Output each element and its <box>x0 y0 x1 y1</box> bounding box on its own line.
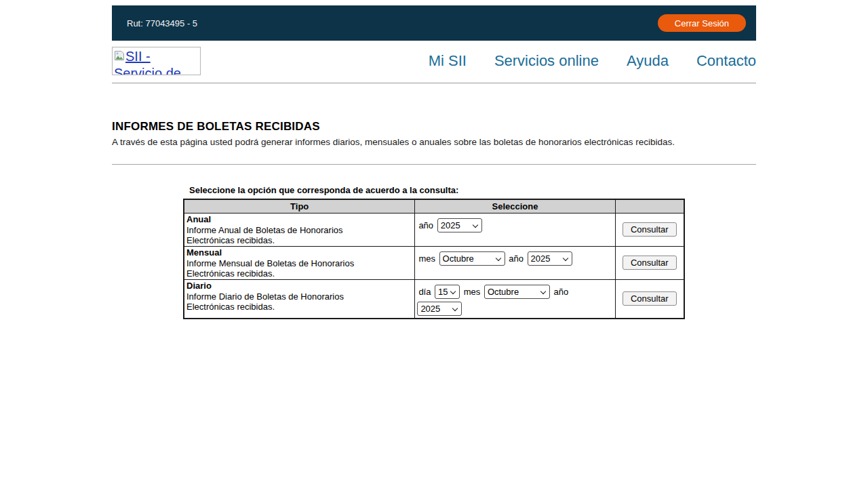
rut-label: Rut: 77043495 - 5 <box>127 18 197 28</box>
anual-year-select[interactable]: 2025 <box>437 218 482 232</box>
nav-ayuda[interactable]: Ayuda <box>627 52 669 70</box>
mensual-month-select[interactable]: Octubre <box>439 251 505 266</box>
anual-description: Informe Anual de Boletas de Honorarios E… <box>186 225 390 245</box>
anual-type-label: Anual <box>186 214 412 225</box>
diario-consultar-button[interactable]: Consultar <box>623 291 677 306</box>
content-container: Rut: 77043495 - 5 Cerrar Sesión SII - Se… <box>112 5 756 319</box>
sii-logo-link[interactable]: SII - Servicio de <box>112 47 201 75</box>
diario-year-line: 2025 <box>417 300 612 317</box>
diario-year-label: año <box>554 287 569 297</box>
diario-year-select-wrap: 2025 <box>417 301 462 317</box>
mensual-description: Informe Mensual de Boletas de Honorarios… <box>186 258 390 279</box>
session-topbar: Rut: 77043495 - 5 Cerrar Sesión <box>112 5 756 41</box>
nav-mi-sii[interactable]: Mi SII <box>429 52 467 70</box>
page: Rut: 77043495 - 5 Cerrar Sesión SII - Se… <box>0 0 868 488</box>
report-selection-area: Seleccione la opción que corresponda de … <box>183 185 685 319</box>
mensual-consultar-button[interactable]: Consultar <box>623 256 677 270</box>
sii-logo-broken-image: SII - Servicio de <box>114 49 181 75</box>
mensual-type-label: Mensual <box>186 247 412 258</box>
page-title: INFORMES DE BOLETAS RECIBIDAS <box>112 120 756 134</box>
table-row-mensual: Mensual Informe Mensual de Boletas de Ho… <box>184 246 684 279</box>
logout-button[interactable]: Cerrar Sesión <box>658 14 746 32</box>
anual-year-label: año <box>418 220 433 230</box>
anual-year-select-wrap: 2025 <box>437 218 482 234</box>
anual-action-cell: Consultar <box>615 213 684 246</box>
title-divider <box>112 164 756 165</box>
nav-servicios-online[interactable]: Servicios online <box>494 52 599 70</box>
site-header: SII - Servicio de Mi SII Servicios onlin… <box>112 47 756 75</box>
diario-action-cell: Consultar <box>615 279 684 319</box>
header-tipo: Tipo <box>184 199 415 213</box>
diario-description: Informe Diario de Boletas de Honorarios … <box>186 291 390 312</box>
header-seleccione: Seleccione <box>415 199 615 213</box>
mensual-year-select[interactable]: 2025 <box>528 251 572 266</box>
anual-consultar-button[interactable]: Consultar <box>623 222 677 237</box>
diario-month-select-wrap: Octubre <box>484 284 550 300</box>
header-divider <box>112 83 756 83</box>
mensual-month-select-wrap: Octubre <box>439 251 505 267</box>
anual-controls-cell: año 2025 <box>415 213 615 246</box>
diario-controls-cell: día 15 mes Octubre <box>415 279 615 319</box>
selection-instruction: Seleccione la opción que corresponda de … <box>183 185 685 195</box>
diario-type-label: Diario <box>186 281 412 291</box>
mensual-month-label: mes <box>418 253 435 264</box>
broken-image-icon <box>114 50 125 61</box>
table-row-diario: Diario Informe Diario de Boletas de Hono… <box>184 279 684 319</box>
diario-day-select[interactable]: 15 <box>435 285 460 299</box>
diario-month-label: mes <box>464 287 481 297</box>
main-nav: Mi SII Servicios online Ayuda Contacto <box>429 52 756 70</box>
diario-year-select[interactable]: 2025 <box>417 302 462 316</box>
mensual-year-select-wrap: 2025 <box>528 251 572 267</box>
report-table: Tipo Seleccione Anual Informe Anual de B… <box>183 199 685 319</box>
mensual-action-cell: Consultar <box>615 246 684 279</box>
diario-tipo-cell: Diario Informe Diario de Boletas de Hono… <box>184 279 415 319</box>
nav-contacto[interactable]: Contacto <box>696 52 756 70</box>
mensual-year-label: año <box>509 253 524 264</box>
page-subtitle: A través de esta página usted podrá gene… <box>112 137 756 147</box>
mensual-controls-cell: mes Octubre año 2025 <box>415 246 615 279</box>
mensual-tipo-cell: Mensual Informe Mensual de Boletas de Ho… <box>184 246 415 279</box>
diario-month-select[interactable]: Octubre <box>484 285 550 299</box>
diario-day-select-wrap: 15 <box>435 284 460 300</box>
anual-tipo-cell: Anual Informe Anual de Boletas de Honora… <box>184 213 415 246</box>
table-row-anual: Anual Informe Anual de Boletas de Honora… <box>184 213 684 246</box>
table-header-row: Tipo Seleccione <box>184 199 684 213</box>
diario-day-label: día <box>418 287 431 297</box>
header-action <box>615 199 684 213</box>
